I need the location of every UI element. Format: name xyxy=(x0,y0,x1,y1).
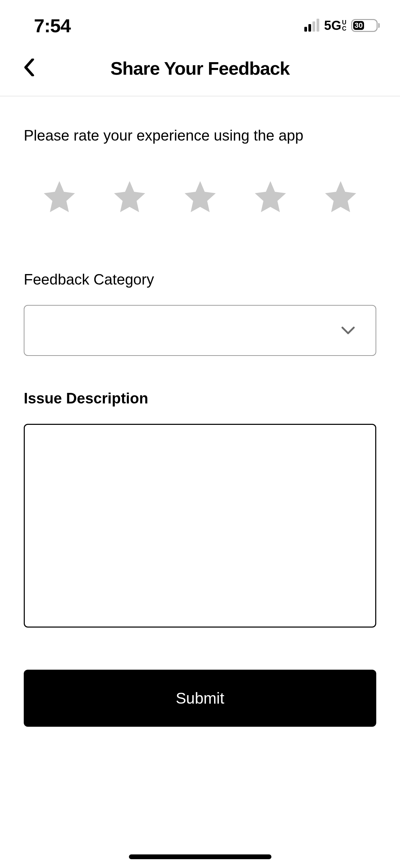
star-icon xyxy=(322,178,359,215)
battery-level: 30 xyxy=(353,21,364,30)
star-5[interactable] xyxy=(322,178,359,217)
status-time: 7:54 xyxy=(34,15,71,37)
star-3[interactable] xyxy=(182,178,219,217)
star-icon xyxy=(111,178,148,215)
category-label: Feedback Category xyxy=(24,271,376,288)
chevron-down-icon xyxy=(341,326,355,335)
star-4[interactable] xyxy=(252,178,289,217)
status-indicators: 5G U C 30 xyxy=(304,18,380,33)
network-sub-2: C xyxy=(342,25,346,32)
battery-icon: 30 xyxy=(351,19,380,32)
description-label: Issue Description xyxy=(24,390,376,407)
submit-button[interactable]: Submit xyxy=(24,670,376,727)
chevron-left-icon xyxy=(24,58,35,76)
star-1[interactable] xyxy=(41,178,78,217)
signal-icon xyxy=(304,19,319,32)
page-title: Share Your Feedback xyxy=(110,58,289,79)
nav-header: Share Your Feedback xyxy=(0,44,400,96)
star-2[interactable] xyxy=(111,178,148,217)
network-sub-1: U xyxy=(342,19,346,25)
network-type-label: 5G xyxy=(324,18,341,33)
back-button[interactable] xyxy=(24,58,35,77)
star-icon xyxy=(252,178,289,215)
home-indicator[interactable] xyxy=(129,854,271,859)
rating-prompt: Please rate your experience using the ap… xyxy=(24,127,376,144)
network-type: 5G U C xyxy=(324,18,346,33)
rating-stars xyxy=(24,178,376,217)
description-textarea[interactable] xyxy=(24,424,376,628)
status-bar: 7:54 5G U C 30 xyxy=(0,0,400,44)
category-select[interactable] xyxy=(24,305,376,356)
star-icon xyxy=(182,178,219,215)
content-area: Please rate your experience using the ap… xyxy=(0,96,400,727)
star-icon xyxy=(41,178,78,215)
